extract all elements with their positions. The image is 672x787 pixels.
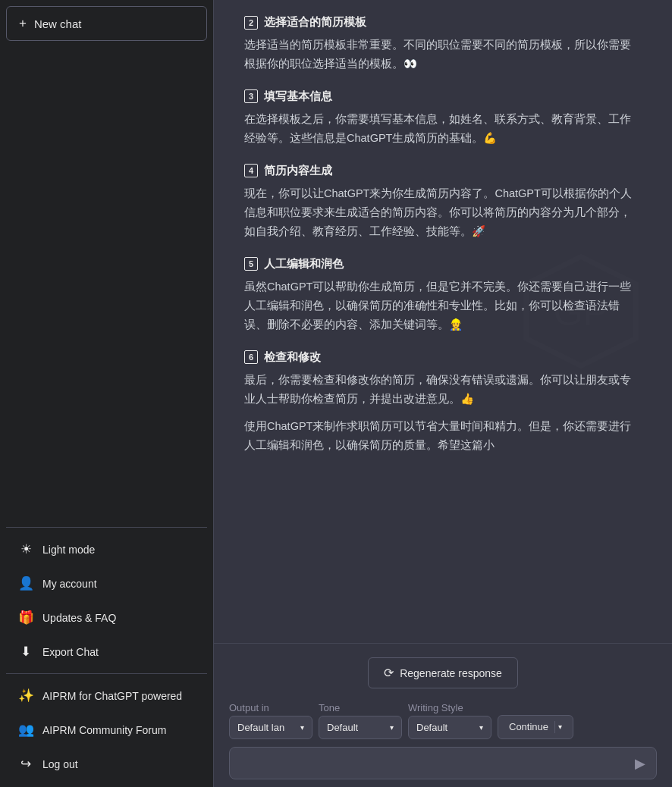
new-chat-button[interactable]: + New chat xyxy=(6,6,207,41)
sidebar-divider-2 xyxy=(6,673,207,674)
section-header-5: 5 人工编辑和润色 xyxy=(244,257,642,271)
new-chat-label: New chat xyxy=(34,17,82,30)
writing-style-group: Writing Style Default ▾ xyxy=(408,702,491,739)
regenerate-button[interactable]: ⟳ Regenerate response xyxy=(368,657,518,688)
writing-style-label: Writing Style xyxy=(408,702,490,713)
plus-icon: + xyxy=(19,16,27,31)
community-icon: 👥 xyxy=(18,722,33,738)
sidebar-divider xyxy=(6,527,207,528)
user-icon: 👤 xyxy=(18,575,33,591)
continue-button[interactable]: Continue ▾ xyxy=(498,715,573,739)
sidebar-item-label: AIPRM Community Forum xyxy=(42,724,166,736)
sidebar: + New chat ☀ Light mode 👤 My account 🎁 U… xyxy=(0,0,214,787)
sidebar-item-my-account[interactable]: 👤 My account xyxy=(6,566,207,600)
sidebar-item-label: Updates & FAQ xyxy=(42,612,116,624)
chat-input[interactable] xyxy=(233,749,627,777)
chat-section-6: 6 检查和修改 最后，你需要检查和修改你的简历，确保没有错误或遗漏。你可以让朋友… xyxy=(244,350,642,456)
toolbar-row: Output in Default lan ▾ Tone Default ▾ W… xyxy=(229,696,657,747)
sidebar-item-label: My account xyxy=(42,578,97,590)
sidebar-item-label: Log out xyxy=(42,758,78,770)
tone-select[interactable]: Default ▾ xyxy=(319,716,402,739)
section-header-6: 6 检查和修改 xyxy=(244,350,642,365)
trailing-text: 使用ChatGPT来制作求职简历可以节省大量时间和精力。但是，你还需要进行人工编… xyxy=(244,417,642,456)
download-icon: ⬇ xyxy=(18,644,33,660)
sidebar-item-label: Light mode xyxy=(42,544,95,556)
chevron-down-icon-3: ▾ xyxy=(479,723,483,732)
gift-icon: 🎁 xyxy=(18,610,33,626)
section-text-2: 选择适当的简历模板非常重要。不同的职位需要不同的简历模板，所以你需要根据你的职位… xyxy=(244,36,642,74)
sidebar-item-label: Export Chat xyxy=(42,646,99,658)
tone-label: Tone xyxy=(319,702,400,713)
bottom-area: ⟳ Regenerate response Output in Default … xyxy=(214,643,672,787)
chat-area[interactable]: GP 2 选择适合的简历模板 选择适当的简历模板非常重要。不同的职位需要不同的简… xyxy=(214,0,672,643)
chat-section-3: 3 填写基本信息 在选择模板之后，你需要填写基本信息，如姓名、联系方式、教育背景… xyxy=(244,89,642,149)
logout-icon: ↪ xyxy=(18,756,33,772)
output-label: Output in xyxy=(229,702,311,713)
section-header-3: 3 填写基本信息 xyxy=(244,89,642,104)
chat-section-5: 5 人工编辑和润色 虽然ChatGPT可以帮助你生成简历，但是它并不完美。你还需… xyxy=(244,257,642,335)
chevron-down-icon-2: ▾ xyxy=(390,723,394,732)
caret-down-icon: ▾ xyxy=(558,723,562,731)
section-text-4: 现在，你可以让ChatGPT来为你生成简历内容了。ChatGPT可以根据你的个人… xyxy=(244,184,642,242)
output-group: Output in Default lan ▾ xyxy=(229,702,312,739)
writing-style-select[interactable]: Default ▾ xyxy=(408,716,491,739)
section-text-3: 在选择模板之后，你需要填写基本信息，如姓名、联系方式、教育背景、工作经验等。这些… xyxy=(244,110,642,149)
send-button[interactable]: ▶ xyxy=(627,751,653,776)
sparkle-icon: ✨ xyxy=(18,688,33,704)
section-header-2: 2 选择适合的简历模板 xyxy=(244,15,642,30)
section-body-4: 现在，你可以让ChatGPT来为你生成简历内容了。ChatGPT可以根据你的个人… xyxy=(244,184,642,242)
chat-input-row: ▶ xyxy=(229,747,657,779)
section-title-3: 填写基本信息 xyxy=(264,89,332,104)
output-value: Default lan xyxy=(237,722,284,733)
section-body-2: 选择适当的简历模板非常重要。不同的职位需要不同的简历模板，所以你需要根据你的职位… xyxy=(244,36,642,74)
tone-group: Tone Default ▾ xyxy=(319,702,402,739)
chat-content: 2 选择适合的简历模板 选择适当的简历模板非常重要。不同的职位需要不同的简历模板… xyxy=(244,15,642,455)
sidebar-item-updates-faq[interactable]: 🎁 Updates & FAQ xyxy=(6,600,207,635)
section-num-6: 6 xyxy=(244,350,258,364)
sidebar-item-aiprm-chatgpt[interactable]: ✨ AIPRM for ChatGPT powered xyxy=(6,679,207,713)
section-header-4: 4 简历内容生成 xyxy=(244,164,642,178)
sun-icon: ☀ xyxy=(18,541,33,557)
regenerate-row: ⟳ Regenerate response xyxy=(229,651,657,696)
tone-value: Default xyxy=(327,722,358,733)
chat-section-2: 2 选择适合的简历模板 选择适当的简历模板非常重要。不同的职位需要不同的简历模板… xyxy=(244,15,642,74)
chat-section-4: 4 简历内容生成 现在，你可以让ChatGPT来为你生成简历内容了。ChatGP… xyxy=(244,164,642,242)
section-title-2: 选择适合的简历模板 xyxy=(264,15,366,30)
main-content: GP 2 选择适合的简历模板 选择适当的简历模板非常重要。不同的职位需要不同的简… xyxy=(214,0,672,787)
writing-style-value: Default xyxy=(416,722,447,733)
output-select[interactable]: Default lan ▾ xyxy=(229,716,312,739)
sidebar-spacer xyxy=(6,47,207,522)
regenerate-label: Regenerate response xyxy=(400,667,502,679)
sidebar-item-label: AIPRM for ChatGPT powered xyxy=(42,690,182,702)
section-num-4: 4 xyxy=(244,164,258,177)
section-body-3: 在选择模板之后，你需要填写基本信息，如姓名、联系方式、教育背景、工作经验等。这些… xyxy=(244,110,642,149)
continue-label: Continue xyxy=(509,721,548,732)
chevron-down-icon: ▾ xyxy=(300,723,304,732)
section-num-5: 5 xyxy=(244,257,258,271)
section-title-4: 简历内容生成 xyxy=(264,164,332,178)
send-icon: ▶ xyxy=(635,756,645,771)
sidebar-item-log-out[interactable]: ↪ Log out xyxy=(6,747,207,781)
section-text-5: 虽然ChatGPT可以帮助你生成简历，但是它并不完美。你还需要自己进行一些人工编… xyxy=(244,277,642,335)
continue-group: Continue ▾ xyxy=(498,715,573,739)
regenerate-icon: ⟳ xyxy=(384,666,394,680)
sidebar-item-aiprm-community[interactable]: 👥 AIPRM Community Forum xyxy=(6,713,207,747)
section-body-6: 最后，你需要检查和修改你的简历，确保没有错误或遗漏。你可以让朋友或专业人士帮助你… xyxy=(244,371,642,456)
section-num-3: 3 xyxy=(244,89,258,103)
section-title-6: 检查和修改 xyxy=(264,350,321,365)
section-body-5: 虽然ChatGPT可以帮助你生成简历，但是它并不完美。你还需要自己进行一些人工编… xyxy=(244,277,642,335)
section-text-6: 最后，你需要检查和修改你的简历，确保没有错误或遗漏。你可以让朋友或专业人士帮助你… xyxy=(244,371,642,409)
sidebar-item-light-mode[interactable]: ☀ Light mode xyxy=(6,532,207,566)
sidebar-item-export-chat[interactable]: ⬇ Export Chat xyxy=(6,635,207,669)
section-num-2: 2 xyxy=(244,16,258,30)
button-divider xyxy=(554,721,555,733)
section-title-5: 人工编辑和润色 xyxy=(264,257,344,271)
